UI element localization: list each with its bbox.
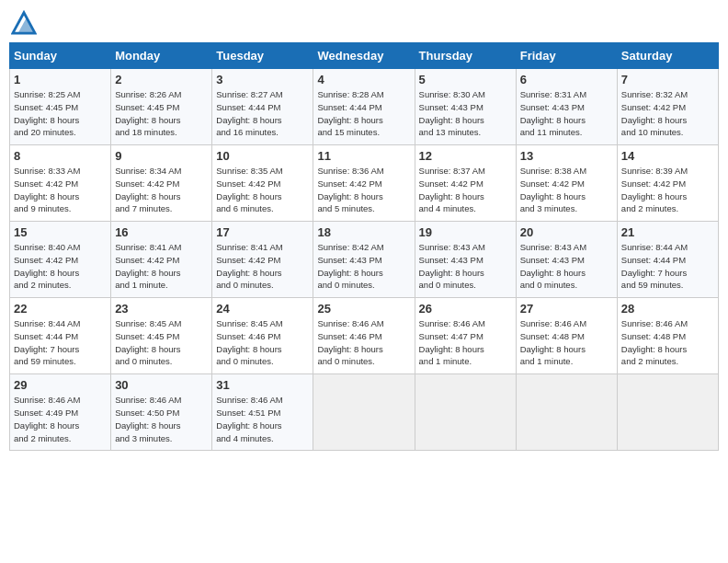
day-info: Sunrise: 8:26 AM Sunset: 4:45 PM Dayligh… (115, 88, 208, 139)
day-number: 18 (317, 225, 410, 239)
calendar-cell: 30Sunrise: 8:46 AM Sunset: 4:50 PM Dayli… (111, 374, 212, 451)
day-number: 8 (14, 149, 107, 163)
calendar-cell (415, 374, 516, 451)
calendar-cell: 31Sunrise: 8:46 AM Sunset: 4:51 PM Dayli… (212, 374, 313, 451)
logo-icon (11, 9, 37, 35)
calendar-cell: 28Sunrise: 8:46 AM Sunset: 4:48 PM Dayli… (617, 298, 718, 374)
day-number: 3 (216, 73, 309, 86)
calendar-week-row: 1Sunrise: 8:25 AM Sunset: 4:45 PM Daylig… (10, 69, 719, 145)
calendar-cell: 14Sunrise: 8:39 AM Sunset: 4:42 PM Dayli… (617, 145, 718, 222)
calendar-cell (617, 374, 718, 451)
day-info: Sunrise: 8:30 AM Sunset: 4:43 PM Dayligh… (419, 88, 512, 139)
day-number: 31 (216, 378, 309, 392)
calendar-cell: 16Sunrise: 8:41 AM Sunset: 4:42 PM Dayli… (111, 222, 212, 298)
calendar-cell: 22Sunrise: 8:44 AM Sunset: 4:44 PM Dayli… (10, 298, 111, 374)
calendar-cell: 1Sunrise: 8:25 AM Sunset: 4:45 PM Daylig… (10, 69, 111, 145)
day-info: Sunrise: 8:40 AM Sunset: 4:42 PM Dayligh… (14, 241, 107, 292)
day-number: 22 (14, 302, 107, 316)
day-number: 30 (115, 378, 208, 392)
day-info: Sunrise: 8:25 AM Sunset: 4:45 PM Dayligh… (14, 88, 107, 139)
day-number: 24 (216, 302, 309, 316)
day-number: 7 (621, 73, 714, 86)
calendar-cell: 12Sunrise: 8:37 AM Sunset: 4:42 PM Dayli… (415, 145, 516, 222)
day-info: Sunrise: 8:45 AM Sunset: 4:46 PM Dayligh… (216, 317, 309, 368)
day-number: 12 (419, 149, 512, 163)
calendar-week-row: 22Sunrise: 8:44 AM Sunset: 4:44 PM Dayli… (10, 298, 719, 374)
day-info: Sunrise: 8:46 AM Sunset: 4:48 PM Dayligh… (621, 317, 714, 368)
logo (9, 9, 37, 35)
day-info: Sunrise: 8:46 AM Sunset: 4:49 PM Dayligh… (14, 394, 107, 444)
calendar-cell: 20Sunrise: 8:43 AM Sunset: 4:43 PM Dayli… (516, 222, 617, 298)
day-number: 28 (621, 302, 714, 316)
day-info: Sunrise: 8:46 AM Sunset: 4:51 PM Dayligh… (216, 394, 309, 444)
day-number: 17 (216, 225, 309, 239)
calendar-cell: 29Sunrise: 8:46 AM Sunset: 4:49 PM Dayli… (10, 374, 111, 451)
day-info: Sunrise: 8:27 AM Sunset: 4:44 PM Dayligh… (216, 88, 309, 139)
day-number: 13 (520, 149, 613, 163)
header-thursday: Thursday (415, 43, 516, 69)
calendar-cell: 4Sunrise: 8:28 AM Sunset: 4:44 PM Daylig… (313, 69, 415, 145)
calendar-table: SundayMondayTuesdayWednesdayThursdayFrid… (9, 42, 719, 451)
day-number: 16 (115, 225, 208, 239)
day-info: Sunrise: 8:46 AM Sunset: 4:47 PM Dayligh… (419, 317, 512, 368)
day-number: 14 (621, 149, 714, 163)
calendar-cell: 11Sunrise: 8:36 AM Sunset: 4:42 PM Dayli… (313, 145, 415, 222)
day-info: Sunrise: 8:41 AM Sunset: 4:42 PM Dayligh… (216, 241, 309, 292)
day-info: Sunrise: 8:43 AM Sunset: 4:43 PM Dayligh… (520, 241, 613, 292)
day-info: Sunrise: 8:35 AM Sunset: 4:42 PM Dayligh… (216, 165, 309, 215)
day-number: 2 (115, 73, 208, 86)
header-sunday: Sunday (10, 43, 111, 69)
day-number: 10 (216, 149, 309, 163)
calendar-cell: 18Sunrise: 8:42 AM Sunset: 4:43 PM Dayli… (313, 222, 415, 298)
calendar-cell: 24Sunrise: 8:45 AM Sunset: 4:46 PM Dayli… (212, 298, 313, 374)
header-wednesday: Wednesday (313, 43, 415, 69)
day-info: Sunrise: 8:36 AM Sunset: 4:42 PM Dayligh… (317, 165, 410, 215)
day-info: Sunrise: 8:44 AM Sunset: 4:44 PM Dayligh… (621, 241, 714, 292)
day-number: 4 (317, 73, 410, 86)
day-number: 11 (317, 149, 410, 163)
day-number: 20 (520, 225, 613, 239)
day-info: Sunrise: 8:34 AM Sunset: 4:42 PM Dayligh… (115, 165, 208, 215)
calendar-cell: 21Sunrise: 8:44 AM Sunset: 4:44 PM Dayli… (617, 222, 718, 298)
calendar-cell: 13Sunrise: 8:38 AM Sunset: 4:42 PM Dayli… (516, 145, 617, 222)
day-number: 5 (419, 73, 512, 86)
calendar-cell: 9Sunrise: 8:34 AM Sunset: 4:42 PM Daylig… (111, 145, 212, 222)
day-info: Sunrise: 8:46 AM Sunset: 4:48 PM Dayligh… (520, 317, 613, 368)
day-number: 25 (317, 302, 410, 316)
day-number: 1 (14, 73, 107, 86)
header-friday: Friday (516, 43, 617, 69)
calendar-cell: 3Sunrise: 8:27 AM Sunset: 4:44 PM Daylig… (212, 69, 313, 145)
calendar-cell: 10Sunrise: 8:35 AM Sunset: 4:42 PM Dayli… (212, 145, 313, 222)
calendar-week-row: 29Sunrise: 8:46 AM Sunset: 4:49 PM Dayli… (10, 374, 719, 451)
day-number: 27 (520, 302, 613, 316)
day-info: Sunrise: 8:45 AM Sunset: 4:45 PM Dayligh… (115, 317, 208, 368)
day-number: 21 (621, 225, 714, 239)
day-number: 19 (419, 225, 512, 239)
calendar-cell (313, 374, 415, 451)
calendar-week-row: 8Sunrise: 8:33 AM Sunset: 4:42 PM Daylig… (10, 145, 719, 222)
calendar-cell: 17Sunrise: 8:41 AM Sunset: 4:42 PM Dayli… (212, 222, 313, 298)
page-header (9, 9, 719, 35)
calendar-cell: 26Sunrise: 8:46 AM Sunset: 4:47 PM Dayli… (415, 298, 516, 374)
calendar-cell: 8Sunrise: 8:33 AM Sunset: 4:42 PM Daylig… (10, 145, 111, 222)
calendar-cell: 19Sunrise: 8:43 AM Sunset: 4:43 PM Dayli… (415, 222, 516, 298)
calendar-cell: 23Sunrise: 8:45 AM Sunset: 4:45 PM Dayli… (111, 298, 212, 374)
day-info: Sunrise: 8:28 AM Sunset: 4:44 PM Dayligh… (317, 88, 410, 139)
calendar-cell: 25Sunrise: 8:46 AM Sunset: 4:46 PM Dayli… (313, 298, 415, 374)
day-info: Sunrise: 8:31 AM Sunset: 4:43 PM Dayligh… (520, 88, 613, 139)
calendar-cell: 27Sunrise: 8:46 AM Sunset: 4:48 PM Dayli… (516, 298, 617, 374)
day-info: Sunrise: 8:32 AM Sunset: 4:42 PM Dayligh… (621, 88, 714, 139)
day-info: Sunrise: 8:46 AM Sunset: 4:50 PM Dayligh… (115, 394, 208, 444)
day-number: 26 (419, 302, 512, 316)
day-info: Sunrise: 8:42 AM Sunset: 4:43 PM Dayligh… (317, 241, 410, 292)
day-info: Sunrise: 8:37 AM Sunset: 4:42 PM Dayligh… (419, 165, 512, 215)
day-number: 9 (115, 149, 208, 163)
calendar-cell: 15Sunrise: 8:40 AM Sunset: 4:42 PM Dayli… (10, 222, 111, 298)
day-info: Sunrise: 8:39 AM Sunset: 4:42 PM Dayligh… (621, 165, 714, 215)
calendar-cell: 5Sunrise: 8:30 AM Sunset: 4:43 PM Daylig… (415, 69, 516, 145)
day-info: Sunrise: 8:38 AM Sunset: 4:42 PM Dayligh… (520, 165, 613, 215)
day-number: 6 (520, 73, 613, 86)
calendar-header-row: SundayMondayTuesdayWednesdayThursdayFrid… (10, 43, 719, 69)
day-info: Sunrise: 8:41 AM Sunset: 4:42 PM Dayligh… (115, 241, 208, 292)
day-number: 23 (115, 302, 208, 316)
